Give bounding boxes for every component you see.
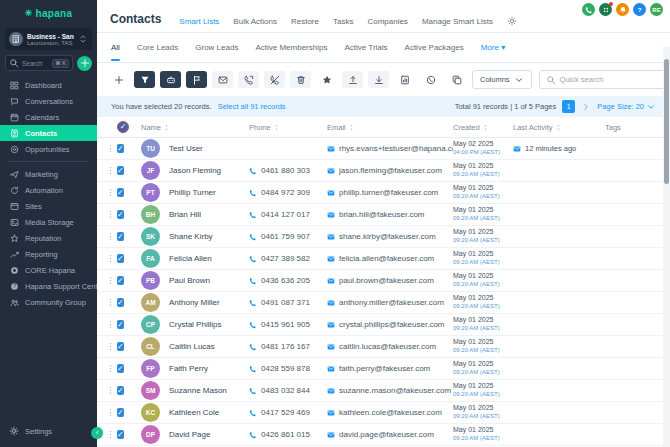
contact-email[interactable]: kathleen.cole@fakeuser.com (327, 408, 453, 417)
contact-name[interactable]: Phillip Turner (169, 188, 249, 197)
sidebar-item-community-group[interactable]: Community Group (0, 294, 97, 310)
contact-email[interactable]: paul.brown@fakeuser.com (327, 276, 453, 285)
sidebar-item-core-hapana[interactable]: CORE Hapana (0, 262, 97, 278)
envelope-button[interactable] (212, 71, 233, 88)
phone-slash-button[interactable] (264, 71, 285, 88)
contact-name[interactable]: Anthony Miller (169, 298, 249, 307)
sidebar-item-opportunities[interactable]: Opportunities (0, 141, 97, 157)
row-drag-handle-icon[interactable] (103, 364, 117, 373)
smart-list-tab-active-trials[interactable]: Active Trials (344, 34, 387, 61)
whatsapp-button[interactable] (420, 71, 441, 88)
phone-f-button[interactable] (582, 3, 595, 16)
row-drag-handle-icon[interactable] (103, 320, 117, 329)
sidebar-item-calendars[interactable]: Calendars (0, 109, 97, 125)
plus-button[interactable] (108, 71, 129, 88)
row-checkbox[interactable]: ✓ (117, 144, 124, 153)
contact-phone[interactable]: 0481 176 167 (249, 342, 327, 351)
row-checkbox[interactable]: ✓ (117, 386, 124, 395)
quick-search-input[interactable]: Quick search (539, 70, 670, 89)
sidebar-collapse-button[interactable]: ‹ (91, 427, 103, 439)
smart-list-tab-active-memberships[interactable]: Active Memberships (255, 34, 327, 61)
sidebar-item-reporting[interactable]: Reporting (0, 246, 97, 262)
row-checkbox[interactable]: ✓ (117, 342, 124, 351)
robot-button[interactable] (160, 71, 181, 88)
contact-email[interactable]: david.page@fakeuser.com (327, 430, 453, 439)
smart-list-tab-more[interactable]: More ▾ (481, 34, 505, 61)
sort-icon[interactable] (273, 124, 280, 131)
sort-icon[interactable] (348, 124, 355, 131)
sidebar-item-sites[interactable]: Sites (0, 198, 97, 214)
select-all-link[interactable]: Select all 91 records (218, 102, 286, 111)
help-button[interactable]: ? (633, 3, 646, 16)
contact-name[interactable]: Paul Brown (169, 276, 249, 285)
contact-name[interactable]: David Page (169, 430, 249, 439)
sidebar-item-dashboard[interactable]: Dashboard (0, 77, 97, 93)
smart-list-tab-all[interactable]: All (111, 34, 120, 61)
smart-list-tab-core-leads[interactable]: Core Leads (137, 34, 178, 61)
sidebar-search-input[interactable]: Search ⌘ K (5, 55, 73, 71)
page-size-dropdown[interactable]: Page Size: 20 (597, 102, 656, 112)
contact-name[interactable]: Test User (169, 144, 249, 153)
contact-name[interactable]: Shane Kirby (169, 232, 249, 241)
contact-phone[interactable]: 0417 529 469 (249, 408, 327, 417)
contact-phone[interactable]: 0436 636 205 (249, 276, 327, 285)
contact-email[interactable]: rhys.evans+testuser@hapana.com (327, 144, 453, 153)
contact-phone[interactable]: 0483 032 844 (249, 386, 327, 395)
contact-name[interactable]: Kathleen Cole (169, 408, 249, 417)
smart-list-tab-active-packages[interactable]: Active Packages (405, 34, 464, 61)
row-drag-handle-icon[interactable] (103, 254, 117, 263)
contact-name[interactable]: Crystal Phillips (169, 320, 249, 329)
contact-phone[interactable]: 0414 127 017 (249, 210, 327, 219)
sidebar-item-reputation[interactable]: Reputation (0, 230, 97, 246)
contact-phone[interactable]: 0484 972 309 (249, 188, 327, 197)
star-button[interactable] (316, 71, 337, 88)
report-button[interactable] (394, 71, 415, 88)
contact-phone[interactable]: 0491 087 371 (249, 298, 327, 307)
sidebar-item-media-storage[interactable]: Media Storage (0, 214, 97, 230)
column-header-email[interactable]: Email (327, 123, 453, 132)
contact-email[interactable]: jason.fleming@fakeuser.com (327, 166, 453, 175)
funnel-button[interactable] (134, 71, 155, 88)
contact-phone[interactable]: 0428 559 878 (249, 364, 327, 373)
page-1-button[interactable]: 1 (562, 100, 575, 113)
row-checkbox[interactable]: ✓ (117, 166, 124, 175)
scrollbar-thumb[interactable] (664, 59, 669, 184)
contact-phone[interactable]: 0461 759 907 (249, 232, 327, 241)
scrollbar[interactable] (663, 47, 670, 447)
user-avatar[interactable]: RE (650, 3, 663, 16)
contact-phone[interactable]: 0415 961 905 (249, 320, 327, 329)
copy-button[interactable] (446, 71, 467, 88)
row-checkbox[interactable]: ✓ (117, 298, 124, 307)
contact-name[interactable]: Faith Perry (169, 364, 249, 373)
column-header-last-activity[interactable]: Last Activity (513, 123, 605, 132)
row-drag-handle-icon[interactable] (103, 166, 117, 175)
row-drag-handle-icon[interactable] (103, 298, 117, 307)
trash-button[interactable] (290, 71, 311, 88)
contact-phone[interactable]: 0426 861 015 (249, 430, 327, 439)
contact-email[interactable]: suzanne.mason@fakeuser.com (327, 386, 453, 395)
contact-email[interactable]: phillip.turner@fakeuser.com (327, 188, 453, 197)
contact-email[interactable]: felicia.allen@fakeuser.com (327, 254, 453, 263)
column-header-phone[interactable]: Phone (249, 123, 327, 132)
contact-name[interactable]: Caitlin Lucas (169, 342, 249, 351)
upload-button[interactable] (342, 71, 363, 88)
row-checkbox[interactable]: ✓ (117, 320, 124, 329)
sidebar-item-hapana-support-center[interactable]: ?Hapana Support Center (0, 278, 97, 294)
smart-lists-settings-icon[interactable] (507, 16, 517, 26)
sort-icon[interactable] (163, 124, 170, 131)
column-header-name[interactable]: Name (141, 123, 249, 132)
row-drag-handle-icon[interactable] (103, 430, 117, 439)
next-page-icon[interactable] (581, 102, 591, 112)
column-header-created[interactable]: Created (453, 123, 513, 132)
sort-icon[interactable] (482, 124, 489, 131)
flag-button[interactable] (186, 71, 207, 88)
tab-bulk-actions[interactable]: Bulk Actions (233, 17, 277, 26)
contact-email[interactable]: brian.hill@fakeuser.com (327, 210, 453, 219)
sidebar-item-contacts[interactable]: Contacts (0, 125, 97, 141)
row-drag-handle-icon[interactable] (103, 144, 117, 153)
contact-phone[interactable]: 0461 880 303 (249, 166, 327, 175)
row-checkbox[interactable]: ✓ (117, 188, 124, 197)
tab-tasks[interactable]: Tasks (333, 17, 353, 26)
sidebar-item-automation[interactable]: Automation (0, 182, 97, 198)
row-checkbox[interactable]: ✓ (117, 254, 124, 263)
